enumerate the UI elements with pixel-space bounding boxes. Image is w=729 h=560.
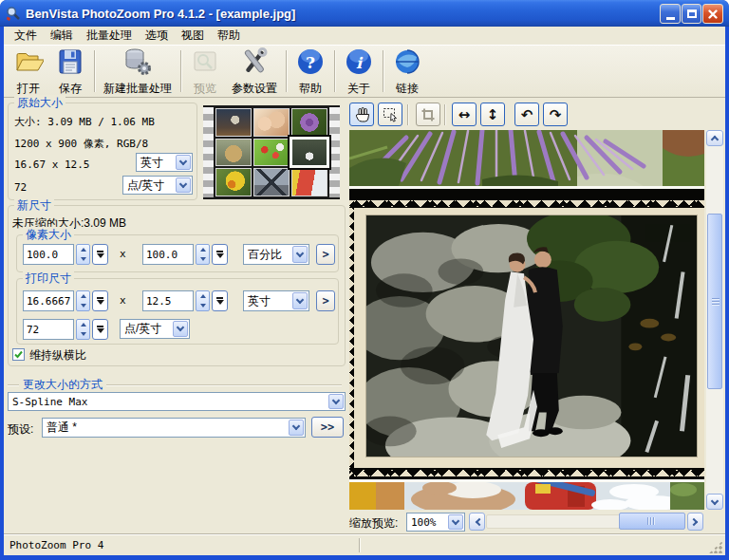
- menu-options[interactable]: 选项: [139, 27, 175, 45]
- print-resolution-spinner[interactable]: [76, 319, 90, 340]
- combo-value: 点/英寸: [123, 177, 175, 194]
- settings-button[interactable]: 参数设置: [226, 47, 283, 95]
- preview-canvas[interactable]: [349, 130, 704, 510]
- hand-icon: [354, 106, 370, 122]
- rotate-left-button[interactable]: ↶: [514, 103, 539, 126]
- zoom-preview-label: 缩放预览:: [349, 515, 398, 532]
- print-resolution-reset-button[interactable]: [92, 319, 108, 340]
- menu-file[interactable]: 文件: [8, 27, 44, 45]
- zoom-level-select[interactable]: 100%: [406, 513, 465, 532]
- tool-separator: [407, 104, 408, 125]
- print-resolution-unit-select[interactable]: 点/英寸: [120, 319, 190, 339]
- pixel-apply-button[interactable]: >: [316, 244, 335, 265]
- crop-icon: [421, 107, 436, 122]
- preset-more-button[interactable]: >>: [311, 417, 344, 438]
- marquee-tool-button[interactable]: [378, 103, 402, 126]
- thumbnail-salad[interactable]: [253, 139, 290, 167]
- rotate-left-icon: ↶: [521, 106, 533, 123]
- combo-value: 英寸: [244, 293, 291, 309]
- pixel-width-reset-button[interactable]: [92, 244, 108, 265]
- keep-aspect-checkbox[interactable]: [12, 348, 25, 361]
- title-bar[interactable]: BenVista PhotoZoom Pro 4.1.2 - [example.…: [0, 0, 729, 27]
- flip-vertical-button[interactable]: ↕: [480, 103, 505, 126]
- close-button[interactable]: [702, 4, 723, 24]
- hand-tool-button[interactable]: [349, 103, 374, 126]
- vertical-scrollbar[interactable]: [706, 130, 723, 510]
- menu-batch[interactable]: 批量处理: [80, 27, 139, 45]
- photozoom-window: BenVista PhotoZoom Pro 4.1.2 - [example.…: [0, 0, 729, 560]
- about-button[interactable]: i 关于: [338, 47, 380, 95]
- pixel-height-input[interactable]: [142, 244, 194, 265]
- filmstrip-sprockets: [203, 107, 214, 197]
- toolbar-button-label: 链接: [396, 81, 419, 97]
- original-pixels-line: 1200 x 900 像素, RGB/8: [14, 137, 148, 151]
- scroll-left-button[interactable]: [469, 513, 485, 531]
- original-unit-select[interactable]: 英寸: [136, 153, 193, 172]
- thumbnail-rafting[interactable]: [291, 168, 327, 196]
- link-button[interactable]: 链接: [386, 47, 428, 95]
- thumbnail-butterfly[interactable]: [215, 168, 252, 196]
- thumbnail-observatory[interactable]: [215, 108, 252, 137]
- toolbar-separator: [383, 50, 383, 92]
- thumbnail-kissing-couple[interactable]: [253, 108, 290, 137]
- pixel-height-spinner[interactable]: [196, 244, 210, 265]
- print-width-spinner[interactable]: [76, 290, 90, 311]
- print-height-spinner[interactable]: [196, 290, 210, 311]
- menu-help[interactable]: 帮助: [211, 27, 247, 45]
- framed-wedding-photo: [349, 215, 704, 457]
- print-size-title: 打印尺寸: [23, 271, 74, 287]
- pixel-size-title: 像素大小: [23, 227, 74, 243]
- flip-horizontal-button[interactable]: ↔: [452, 103, 477, 126]
- original-resolution-unit-select[interactable]: 点/英寸: [122, 176, 193, 195]
- print-resolution-input[interactable]: [23, 319, 74, 340]
- print-width-reset-button[interactable]: [92, 290, 108, 311]
- chevron-down-icon: [289, 420, 304, 436]
- pixel-height-reset-button[interactable]: [212, 244, 228, 265]
- maximize-button[interactable]: [682, 4, 701, 24]
- print-width-input[interactable]: [23, 290, 74, 311]
- print-size-group: 打印尺寸 x 英寸 > 点/英寸: [16, 278, 339, 345]
- menu-view[interactable]: 视图: [175, 27, 211, 45]
- scroll-right-button[interactable]: [687, 513, 703, 531]
- pixel-width-spinner[interactable]: [76, 244, 90, 265]
- new-size-title: 新尺寸: [14, 197, 54, 214]
- print-unit-select[interactable]: 英寸: [243, 290, 309, 311]
- resize-method-select[interactable]: S-Spline Max: [8, 392, 346, 411]
- menu-edit[interactable]: 编辑: [44, 27, 80, 45]
- new-batch-button[interactable]: 新建批量处理: [98, 47, 178, 95]
- original-print-size: 16.67 x 12.5: [14, 159, 89, 171]
- preview-button: 预览: [184, 47, 226, 95]
- window-title: BenVista PhotoZoom Pro 4.1.2 - [example.…: [26, 7, 295, 21]
- open-button[interactable]: 打开: [8, 47, 49, 95]
- preview-image-icon: [190, 47, 220, 80]
- toolbar-button-label: 预览: [194, 81, 216, 97]
- vertical-scroll-thumb[interactable]: [707, 214, 722, 389]
- resize-grip[interactable]: [709, 541, 722, 553]
- preset-select[interactable]: 普通 *: [42, 418, 306, 438]
- pixel-unit-select[interactable]: 百分比: [243, 244, 309, 265]
- close-icon: [706, 8, 720, 21]
- pixel-width-input[interactable]: [23, 244, 74, 265]
- thumbnail-passion-flower[interactable]: [291, 108, 327, 137]
- preview-rafting-strip: [349, 482, 704, 510]
- rotate-right-button[interactable]: ↷: [543, 103, 568, 126]
- print-height-reset-button[interactable]: [212, 290, 228, 311]
- thumbnail-wedding-selected[interactable]: [291, 139, 327, 167]
- print-height-input[interactable]: [142, 290, 194, 311]
- scroll-up-button[interactable]: [706, 130, 723, 146]
- dimension-separator: x: [120, 248, 126, 260]
- thumbnail-windmill[interactable]: [253, 168, 290, 196]
- horizontal-scroll-thumb[interactable]: [619, 513, 685, 530]
- chevron-down-icon: [292, 292, 308, 309]
- batch-database-icon: [122, 47, 153, 80]
- scroll-down-button[interactable]: [706, 494, 723, 510]
- print-apply-button[interactable]: >: [316, 290, 335, 311]
- info-circle-icon: i: [344, 47, 374, 80]
- open-folder-icon: [13, 47, 44, 80]
- thumbnail-leopard[interactable]: [215, 139, 252, 167]
- help-button[interactable]: ? 帮助: [290, 47, 331, 95]
- minimize-icon: [666, 17, 675, 20]
- svg-text:?: ?: [306, 53, 315, 72]
- save-button[interactable]: 保存: [49, 47, 91, 95]
- minimize-button[interactable]: [660, 4, 681, 24]
